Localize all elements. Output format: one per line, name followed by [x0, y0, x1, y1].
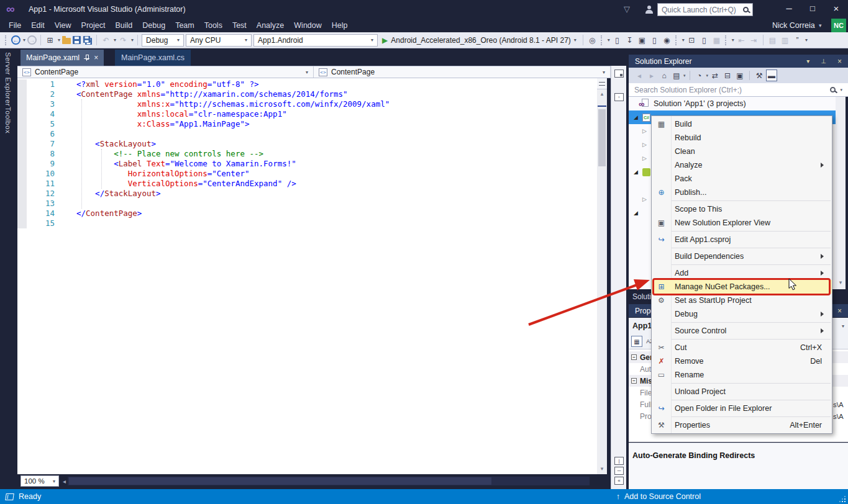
menu-build[interactable]: Build — [110, 19, 137, 32]
editor-horizontal-scrollbar[interactable] — [68, 477, 590, 485]
solution-explorer-search[interactable]: Search Solution Explorer (Ctrl+;) ▾ — [629, 83, 848, 97]
add-to-source-control-button[interactable]: ↑ Add to Source Control — [616, 492, 705, 501]
chevron-down-icon[interactable]: ▾ — [840, 88, 842, 92]
save-all-icon[interactable] — [83, 35, 93, 45]
menu-project[interactable]: Project — [76, 19, 111, 32]
code-line[interactable]: 13 — [17, 199, 597, 209]
menu-view[interactable]: View — [50, 19, 76, 32]
overflow-caret-icon[interactable]: ▾ — [805, 37, 808, 43]
code-line[interactable]: 9 <Label Text="Welcome to Xamarin.Forms!… — [17, 159, 597, 169]
tree-scrollbar[interactable]: ▾ — [836, 97, 846, 289]
indicator-margin[interactable] — [17, 119, 27, 129]
chevron-down-icon[interactable]: ▾ — [58, 37, 60, 43]
device-window-icon[interactable]: ⊡ — [686, 35, 697, 46]
chevron-down-icon[interactable]: ▾ — [131, 37, 134, 43]
menu-item-pack[interactable]: Pack — [652, 172, 832, 186]
menu-item-remove[interactable]: ✗RemoveDel — [652, 354, 832, 368]
pending-changes-filter-icon[interactable]: ◔ — [694, 70, 705, 81]
menu-file[interactable]: File — [4, 19, 26, 32]
indicator-margin[interactable] — [17, 209, 27, 218]
expander-open-icon[interactable]: ◢ — [634, 210, 642, 216]
code-line[interactable]: 1<?xml version="1.0" encoding="utf-8" ?> — [17, 79, 597, 89]
menu-item-scope-to-this[interactable]: Scope to This — [652, 202, 832, 216]
collapse-all-icon[interactable]: ⊟ — [722, 70, 733, 81]
indicator-margin[interactable] — [17, 109, 27, 119]
menu-item-debug[interactable]: Debug — [652, 307, 832, 321]
navigate-back-icon[interactable]: ← — [11, 35, 21, 45]
pin-icon[interactable]: ⊥ — [821, 58, 826, 65]
code-line[interactable]: 4 xmlns:local="clr-namespace:App1" — [17, 109, 597, 119]
properties-icon[interactable]: ⚒ — [754, 70, 765, 81]
document-tab-mainpage-xaml[interactable]: MainPage.xaml × — [21, 50, 104, 66]
toolbar-grip[interactable] — [5, 35, 8, 45]
code-line[interactable]: 2<ContentPage xmlns="http://xamarin.com/… — [17, 89, 597, 99]
menu-edit[interactable]: Edit — [26, 19, 50, 32]
code-line[interactable]: 5 x:Class="App1.MainPage"> — [17, 119, 597, 129]
indicator-margin[interactable] — [17, 179, 27, 189]
solution-explorer-header[interactable]: Solution Explorer ▾ ⊥ × — [629, 55, 848, 68]
run-button[interactable]: ▶Android_Accelerated_x86_Oreo (Android 8… — [380, 34, 579, 47]
toggle-quotes-icon[interactable]: ” — [792, 35, 803, 46]
close-icon[interactable]: × — [837, 307, 842, 315]
menu-debug[interactable]: Debug — [137, 19, 170, 32]
indicator-margin[interactable] — [17, 89, 27, 99]
indicator-margin[interactable] — [17, 149, 27, 159]
split-vertical-icon[interactable]: | — [614, 457, 624, 465]
menu-item-build[interactable]: ▦Build — [652, 117, 832, 131]
avatar[interactable]: NC — [831, 19, 846, 32]
overflow-caret-icon[interactable]: ▾ — [682, 37, 685, 43]
switch-views-icon[interactable]: ▤ — [671, 70, 682, 81]
code-line[interactable]: 11 VerticalOptions="CenterAndExpand" /> — [17, 179, 597, 189]
indicator-margin[interactable] — [17, 99, 27, 109]
chevron-down-icon[interactable]: ▾ — [683, 73, 686, 78]
save-icon[interactable] — [73, 36, 81, 44]
expander-closed-icon[interactable]: ▷ — [642, 196, 651, 202]
menu-item-properties[interactable]: ⚒PropertiesAlt+Enter — [652, 418, 832, 432]
open-file-icon[interactable] — [62, 38, 71, 44]
tree-row-solution-app1-3-projects[interactable]: ∞Solution 'App1' (3 projects) — [629, 97, 836, 110]
sync-with-active-document-icon[interactable]: ⇄ — [709, 70, 721, 81]
code-editor[interactable]: 1<?xml version="1.0" encoding="utf-8" ?>… — [17, 78, 597, 474]
menu-item-publish[interactable]: ⊕Publish... — [652, 186, 832, 199]
scroll-up-icon[interactable]: ▴ — [597, 91, 607, 97]
toolbar-grip[interactable] — [675, 35, 678, 45]
overflow-caret-icon[interactable]: ▾ — [608, 37, 610, 43]
editor-vertical-scrollbar[interactable]: ▴ ▾ — [597, 78, 607, 474]
scrollbar-thumb[interactable] — [69, 477, 491, 485]
code-line[interactable]: 15 — [17, 218, 597, 228]
menu-item-build-dependencies[interactable]: Build Dependencies — [652, 250, 832, 263]
toolbar-grip[interactable] — [725, 35, 728, 45]
window-position-caret-icon[interactable]: ▾ — [806, 58, 809, 65]
swap-panes-icon[interactable]: « — [614, 477, 624, 485]
scroll-down-icon[interactable]: ▾ — [597, 466, 607, 472]
close-icon[interactable]: × — [837, 57, 842, 66]
indicator-margin[interactable] — [17, 79, 27, 89]
code-line[interactable]: 14</ContentPage> — [17, 209, 597, 218]
expander-closed-icon[interactable]: ▷ — [642, 155, 651, 161]
collapse-box-icon[interactable]: − — [631, 378, 637, 384]
menu-item-source-control[interactable]: Source Control — [652, 324, 832, 338]
android-sdk-manager-icon[interactable]: ◉ — [662, 35, 672, 46]
menu-item-unload-project[interactable]: Unload Project — [652, 385, 832, 398]
android-device-run-icon[interactable]: ▯ — [612, 35, 622, 46]
expander-open-icon[interactable]: ◢ — [634, 169, 642, 175]
code-line[interactable]: 10 HorizontalOptions="Center" — [17, 169, 597, 179]
code-line[interactable]: 8 <!-- Place new controls here --> — [17, 149, 597, 159]
menu-item-new-solution-explorer-view[interactable]: ▣New Solution Explorer View — [652, 216, 832, 230]
menu-item-rename[interactable]: ▭Rename — [652, 368, 832, 382]
menu-item-rebuild[interactable]: Rebuild — [652, 131, 832, 145]
menu-window[interactable]: Window — [289, 19, 326, 32]
close-button[interactable]: × — [824, 0, 848, 17]
home-icon[interactable]: ⌂ — [659, 70, 670, 81]
user-dropdown-caret-icon[interactable]: ▾ — [819, 22, 822, 29]
close-tab-icon[interactable]: × — [94, 53, 98, 62]
document-tab-mainpage-xaml-cs[interactable]: MainPage.xaml.cs — [115, 50, 191, 66]
maximize-button[interactable]: □ — [801, 0, 824, 17]
scroll-down-icon[interactable]: ▾ — [836, 279, 846, 286]
menu-team[interactable]: Team — [170, 19, 199, 32]
code-line[interactable]: 3 xmlns:x="http://schemas.microsoft.com/… — [17, 99, 597, 109]
resize-grip[interactable] — [839, 496, 846, 502]
chevron-down-icon[interactable]: ▾ — [114, 37, 116, 43]
preview-selected-items-icon[interactable]: ▣ — [734, 70, 745, 81]
pin-icon[interactable] — [84, 55, 89, 61]
